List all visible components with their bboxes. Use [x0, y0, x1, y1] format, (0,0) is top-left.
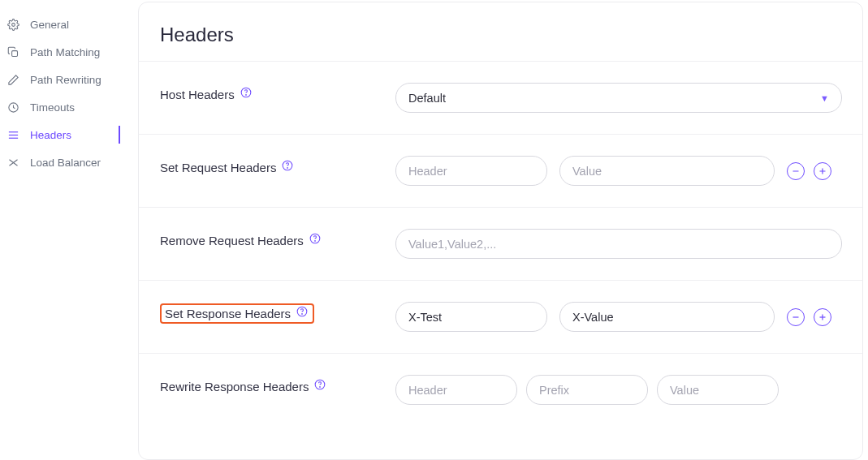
row-rewrite-response-headers: Rewrite Response Headers	[139, 354, 862, 426]
chevron-down-icon: ▼	[820, 93, 829, 103]
sidebar-item-timeouts[interactable]: Timeouts	[0, 93, 138, 121]
row-controls: Default ▼	[395, 83, 842, 113]
row-label: Rewrite Response Headers	[160, 380, 309, 393]
copy-icon	[6, 45, 19, 58]
row-label-wrap: Host Headers	[160, 83, 395, 101]
rewrite-value-input[interactable]	[657, 375, 779, 405]
app-root: General Path Matching Path Rewriting Tim…	[0, 0, 868, 460]
sidebar-item-label: Headers	[30, 129, 71, 141]
row-remove-request-headers: Remove Request Headers	[139, 208, 862, 281]
row-set-request-headers: Set Request Headers	[139, 135, 862, 208]
sidebar-item-label: Path Rewriting	[30, 74, 101, 86]
help-icon[interactable]	[314, 379, 326, 390]
row-controls	[395, 229, 842, 259]
svg-point-21	[320, 386, 321, 387]
remove-request-headers-input[interactable]	[395, 229, 842, 259]
sidebar-item-path-rewriting[interactable]: Path Rewriting	[0, 66, 138, 93]
svg-point-14	[314, 240, 315, 241]
row-host-headers: Host Headers Default ▼	[139, 62, 862, 135]
help-icon[interactable]	[296, 306, 308, 317]
sidebar-item-label: Load Balancer	[30, 157, 101, 169]
rewrite-header-name-input[interactable]	[395, 375, 517, 405]
row-controls	[395, 375, 841, 405]
help-icon[interactable]	[309, 233, 321, 244]
gear-icon	[6, 18, 19, 31]
remove-row-button[interactable]	[787, 308, 805, 326]
row-label: Set Response Headers	[165, 307, 291, 320]
request-header-name-input[interactable]	[395, 156, 547, 186]
row-label-wrap: Remove Request Headers	[160, 229, 395, 247]
remove-row-button[interactable]	[787, 162, 805, 180]
list-icon	[6, 128, 19, 141]
svg-point-7	[245, 94, 246, 95]
host-headers-select[interactable]: Default ▼	[395, 83, 842, 113]
pencil-icon	[6, 73, 19, 86]
svg-rect-1	[11, 50, 17, 56]
row-controls	[395, 156, 841, 186]
select-value: Default	[408, 92, 446, 105]
row-label: Host Headers	[160, 88, 235, 101]
sidebar-item-label: Timeouts	[30, 101, 75, 114]
add-row-button[interactable]	[814, 308, 831, 326]
response-header-name-input[interactable]	[395, 302, 547, 332]
row-label-wrap: Rewrite Response Headers	[160, 375, 395, 393]
svg-point-0	[11, 23, 15, 26]
sidebar-item-label: General	[30, 19, 69, 31]
row-label: Set Request Headers	[160, 161, 276, 174]
main-panel: Headers Host Headers Default ▼ Set Reque…	[138, 2, 863, 460]
rewrite-prefix-input[interactable]	[526, 375, 648, 405]
clock-icon	[6, 101, 19, 114]
highlight-box: Set Response Headers	[160, 303, 314, 324]
row-controls	[395, 302, 841, 332]
svg-point-16	[302, 313, 303, 314]
panel-header: Headers	[139, 2, 862, 62]
response-header-value-input[interactable]	[559, 302, 775, 332]
svg-point-9	[287, 167, 288, 168]
help-icon[interactable]	[240, 87, 252, 98]
sidebar-item-general[interactable]: General	[0, 11, 138, 38]
row-label-wrap: Set Response Headers	[160, 302, 395, 324]
sidebar-item-load-balancer[interactable]: Load Balancer	[0, 148, 138, 176]
row-label-wrap: Set Request Headers	[160, 156, 395, 174]
sidebar: General Path Matching Path Rewriting Tim…	[0, 0, 138, 460]
request-header-value-input[interactable]	[559, 156, 775, 186]
sidebar-item-label: Path Matching	[30, 46, 100, 58]
page-title: Headers	[160, 24, 841, 46]
shuffle-icon	[6, 156, 19, 169]
add-row-button[interactable]	[814, 162, 831, 180]
row-set-response-headers: Set Response Headers	[139, 281, 862, 354]
help-icon[interactable]	[282, 160, 293, 171]
sidebar-item-headers[interactable]: Headers	[0, 121, 138, 148]
sidebar-item-path-matching[interactable]: Path Matching	[0, 38, 138, 66]
row-label: Remove Request Headers	[160, 234, 304, 247]
